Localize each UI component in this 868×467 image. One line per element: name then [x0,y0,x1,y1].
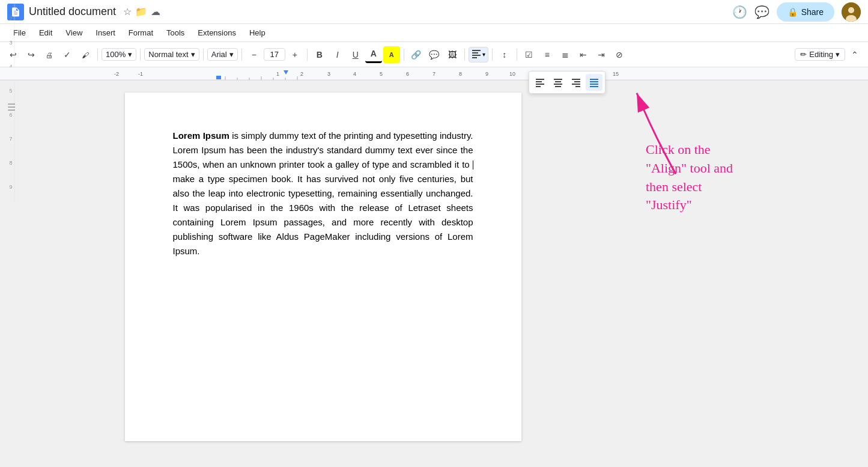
comment-button[interactable]: 💬 [426,46,443,63]
svg-rect-58 [590,86,598,87]
indent-more-button[interactable]: ⇥ [593,46,610,63]
folder-icon[interactable]: 📁 [135,6,147,17]
annotation-text: Click on the "Align" tool and then selec… [646,141,733,215]
svg-text:2: 2 [9,16,12,22]
image-button[interactable]: 🖼 [444,46,461,63]
text-color-button[interactable]: A [365,46,382,63]
divider-4 [241,49,242,61]
svg-text:-1: -1 [138,71,143,77]
align-center-button[interactable] [550,74,566,91]
svg-rect-45 [536,84,544,85]
align-justify-button[interactable] [586,74,602,91]
editing-chevron-icon: ▾ [836,50,840,59]
share-button[interactable]: 🔒 Share [777,2,834,22]
align-left-button[interactable] [532,74,548,91]
divider-6 [404,49,404,61]
checklist-button[interactable]: ☑ [521,46,538,63]
divider-3 [203,49,204,61]
comments-icon[interactable]: 💬 [754,5,769,19]
document-paragraph[interactable]: Lorem Ipsum is simply dummy text of the … [173,129,473,258]
clear-format-button[interactable]: ⊘ [611,46,628,63]
print-button[interactable] [41,46,58,63]
expand-button[interactable]: ⌃ [846,46,863,63]
title-bar: Untitled document ☆ 📁 ☁ 🕐 💬 🔒 Share [0,0,868,24]
cloud-icon[interactable]: ☁ [151,6,160,17]
svg-text:7: 7 [9,136,12,142]
menu-insert[interactable]: Insert [90,26,121,40]
svg-text:9: 9 [485,71,488,77]
redo-button[interactable] [23,46,40,63]
italic-button[interactable]: I [329,46,346,63]
svg-rect-5 [472,55,481,56]
svg-rect-43 [536,79,544,80]
svg-text:4: 4 [353,71,356,77]
zoom-selector[interactable]: 100% ▾ [102,48,136,61]
font-size-decrease[interactable]: − [246,46,263,63]
outline-icon[interactable]: ☰ [7,101,16,113]
editing-mode-selector[interactable]: ✏ Editing ▾ [795,48,845,61]
divider-7 [464,49,465,61]
divider-8 [492,49,493,61]
svg-text:6: 6 [406,71,409,77]
svg-rect-52 [574,81,580,82]
ruler: -2 -1 1 2 3 4 5 6 7 8 9 10 15 [0,67,868,81]
svg-text:3: 3 [327,71,330,77]
text-cursor [473,160,473,169]
svg-rect-3 [472,50,481,51]
menu-extensions[interactable]: Extensions [192,26,242,40]
content-area: 1 2 3 4 5 6 7 8 9 ☰ Lorem Ipsum is simpl… [0,81,868,467]
svg-rect-49 [554,84,562,85]
menu-format[interactable]: Format [123,26,159,40]
svg-point-1 [848,7,854,13]
menu-bar: File Edit View Insert Format Tools Exten… [0,24,868,42]
svg-text:8: 8 [9,160,12,166]
user-avatar[interactable] [842,2,861,22]
align-popup [529,71,605,94]
menu-view[interactable]: View [59,26,88,40]
svg-rect-55 [590,79,598,80]
divider-2 [140,49,141,61]
document-scroll-area[interactable]: Lorem Ipsum is simply dummy text of the … [18,81,628,467]
svg-text:7: 7 [432,71,436,77]
title-icons: ☆ 📁 ☁ [123,6,160,17]
left-margin: 1 2 3 4 5 6 7 8 9 ☰ [0,81,18,467]
lock-icon: 🔒 [788,7,798,17]
link-button[interactable]: 🔗 [408,46,425,63]
menu-help[interactable]: Help [243,26,272,40]
zoom-chevron-icon: ▾ [128,50,132,59]
svg-rect-54 [575,86,580,87]
font-selector[interactable]: Arial ▾ [207,48,238,61]
svg-text:5: 5 [380,71,383,77]
svg-rect-47 [554,79,562,80]
history-icon[interactable]: 🕐 [732,5,747,19]
bold-button[interactable]: B [311,46,328,63]
numbered-list-button[interactable]: ≣ [557,46,574,63]
highlight-button[interactable]: A [383,46,400,63]
svg-rect-57 [590,84,598,85]
svg-rect-46 [536,86,541,87]
menu-edit[interactable]: Edit [33,26,58,40]
align-dropdown[interactable]: ▾ [469,47,488,63]
annotation-arrow-svg [628,81,868,467]
pencil-icon: ✏ [800,50,807,59]
svg-rect-48 [555,81,561,82]
align-icon [472,49,481,61]
star-icon[interactable]: ☆ [123,6,132,17]
font-size-increase[interactable]: + [287,46,303,63]
align-right-button[interactable] [568,74,584,91]
paint-format-button[interactable] [77,46,94,63]
document-title[interactable]: Untitled document [29,5,116,18]
divider-1 [97,49,98,61]
svg-rect-56 [590,81,598,82]
style-selector[interactable]: Normal text ▾ [144,48,199,61]
header-right: 🕐 💬 🔒 Share [732,2,861,22]
underline-button[interactable]: U [347,46,364,63]
menu-tools[interactable]: Tools [160,26,190,40]
font-size-input[interactable]: 17 [264,48,285,61]
spellcheck-button[interactable] [59,46,76,63]
indent-less-button[interactable]: ⇤ [575,46,592,63]
svg-rect-53 [572,84,580,85]
bullet-list-button[interactable]: ≡ [539,46,556,63]
line-spacing-button[interactable]: ↕ [496,46,513,63]
svg-rect-51 [572,79,580,80]
